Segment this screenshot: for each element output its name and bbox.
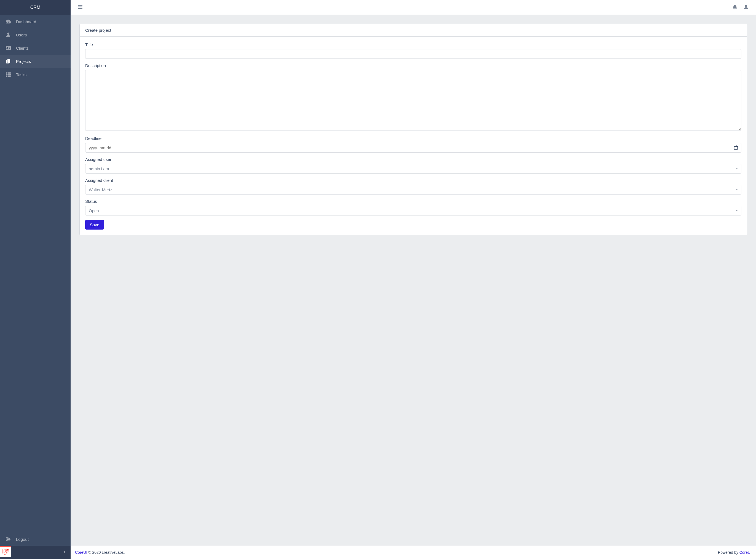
- sidebar-logout-section: Logout: [0, 533, 71, 546]
- form-group-status: Status Open: [85, 199, 741, 216]
- sidebar-item-label: Clients: [16, 46, 29, 50]
- assigned-client-label: Assigned client: [85, 178, 741, 183]
- title-input[interactable]: [85, 49, 741, 59]
- status-select[interactable]: Open: [85, 206, 741, 216]
- main-content: Create project Title Description Deadlin…: [71, 15, 756, 545]
- assigned-client-select[interactable]: Walter-Mertz: [85, 185, 741, 195]
- sidebar: CRM Dashboard Users Clients Projects: [0, 0, 71, 559]
- form-group-description: Description: [85, 63, 741, 132]
- sidebar-item-tasks[interactable]: Tasks: [0, 68, 71, 81]
- form-group-assigned-client: Assigned client Walter-Mertz: [85, 178, 741, 195]
- user-menu-button[interactable]: [740, 3, 752, 12]
- deadline-input[interactable]: [85, 143, 741, 153]
- notifications-button[interactable]: [729, 3, 740, 12]
- bell-icon: [733, 5, 737, 10]
- chevron-left-icon: [63, 550, 66, 555]
- header: [71, 0, 756, 15]
- card-body: Title Description Deadline: [80, 37, 747, 235]
- deadline-label: Deadline: [85, 136, 741, 141]
- form-group-title: Title: [85, 42, 741, 59]
- card-header: Create project: [80, 24, 747, 37]
- footer-copyright: © 2020 creativeLabs.: [87, 550, 125, 555]
- save-button[interactable]: Save: [85, 220, 104, 229]
- description-label: Description: [85, 63, 741, 68]
- sidebar-toggler[interactable]: [75, 3, 86, 12]
- sidebar-item-logout[interactable]: Logout: [0, 533, 71, 546]
- brand-text: CRM: [30, 5, 40, 10]
- address-card-icon: [5, 45, 11, 51]
- sidebar-footer: [0, 546, 71, 559]
- sidebar-nav: Dashboard Users Clients Projects Tasks: [0, 15, 71, 533]
- user-icon: [5, 32, 11, 38]
- form-group-deadline: Deadline: [85, 136, 741, 153]
- sidebar-item-clients[interactable]: Clients: [0, 41, 71, 54]
- laravel-badge: [0, 546, 11, 557]
- footer-link-coreui[interactable]: CoreUI: [75, 550, 87, 555]
- sidebar-minimizer[interactable]: [58, 550, 71, 555]
- sidebar-item-label: Users: [16, 32, 27, 37]
- footer-right: Powered by CoreUI: [718, 550, 752, 555]
- sidebar-item-users[interactable]: Users: [0, 28, 71, 41]
- sign-out-icon: [5, 536, 11, 542]
- card-title: Create project: [85, 28, 111, 32]
- main-wrapper: Create project Title Description Deadlin…: [71, 0, 756, 559]
- footer: CoreUI © 2020 creativeLabs. Powered by C…: [71, 545, 756, 559]
- sidebar-item-label: Dashboard: [16, 19, 36, 24]
- form-group-assigned-user: Assigned user admin i am: [85, 157, 741, 174]
- footer-link-coreui-2[interactable]: CoreUI: [739, 550, 752, 555]
- footer-left: CoreUI © 2020 creativeLabs.: [75, 550, 125, 555]
- assigned-user-select[interactable]: admin i am: [85, 164, 741, 174]
- title-label: Title: [85, 42, 741, 47]
- sidebar-item-label: Logout: [16, 537, 29, 542]
- assigned-user-label: Assigned user: [85, 157, 741, 162]
- sidebar-item-projects[interactable]: Projects: [0, 54, 71, 68]
- description-textarea[interactable]: [85, 70, 741, 131]
- tasks-icon: [5, 72, 11, 77]
- menu-icon: [78, 4, 83, 10]
- footer-powered-by: Powered by: [718, 550, 739, 555]
- status-label: Status: [85, 199, 741, 204]
- sidebar-item-label: Tasks: [16, 72, 26, 77]
- tachometer-icon: [5, 19, 11, 24]
- sidebar-brand: CRM: [0, 0, 71, 15]
- sidebar-item-label: Projects: [16, 59, 31, 64]
- user-icon: [744, 5, 748, 10]
- sidebar-item-dashboard[interactable]: Dashboard: [0, 15, 71, 28]
- copy-icon: [5, 59, 11, 64]
- create-project-card: Create project Title Description Deadlin…: [79, 24, 747, 236]
